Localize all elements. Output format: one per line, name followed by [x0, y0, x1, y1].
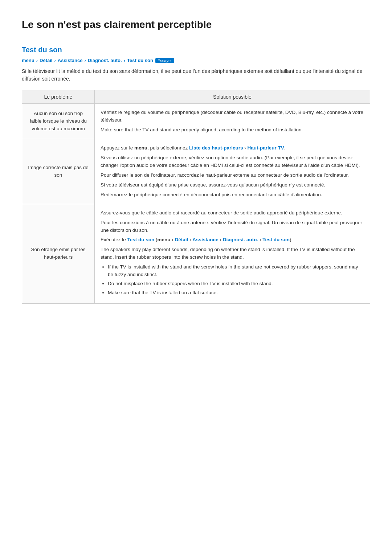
intro-text: Si le téléviseur lit la mélodie du test … — [22, 67, 370, 83]
breadcrumb: menu › Détail › Assistance › Diagnost. a… — [22, 58, 370, 63]
breadcrumb-test-son[interactable]: Test du son — [127, 58, 153, 63]
solution-2: Appuyez sur le menu, puis sélectionnez L… — [95, 139, 370, 204]
table-row: Son étrange émis par les haut-parleurs A… — [22, 204, 370, 303]
solution-1: Vérifiez le réglage du volume du périphé… — [95, 104, 370, 139]
table-row: Image correcte mais pas de son Appuyez s… — [22, 139, 370, 204]
breadcrumb-detail[interactable]: Détail — [40, 58, 52, 63]
breadcrumb-menu[interactable]: menu — [22, 58, 34, 63]
col-solution-header: Solution possible — [95, 90, 370, 104]
problem-2: Image correcte mais pas de son — [22, 139, 95, 204]
breadcrumb-assistance[interactable]: Assistance — [58, 58, 83, 63]
breadcrumb-diagnost[interactable]: Diagnost. auto. — [88, 58, 122, 63]
col-problem-header: Le problème — [22, 90, 95, 104]
page-title: Le son n'est pas clairement perceptible — [22, 18, 370, 31]
solution-3: Assurez-vous que le câble audio est racc… — [95, 204, 370, 303]
essayer-badge[interactable]: Essayer — [155, 58, 174, 63]
table-row: Aucun son ou son trop faible lorsque le … — [22, 104, 370, 139]
problem-3: Son étrange émis par les haut-parleurs — [22, 204, 95, 303]
troubleshoot-table: Le problème Solution possible Aucun son … — [22, 90, 370, 304]
section-title: Test du son — [22, 46, 370, 54]
problem-1: Aucun son ou son trop faible lorsque le … — [22, 104, 95, 139]
